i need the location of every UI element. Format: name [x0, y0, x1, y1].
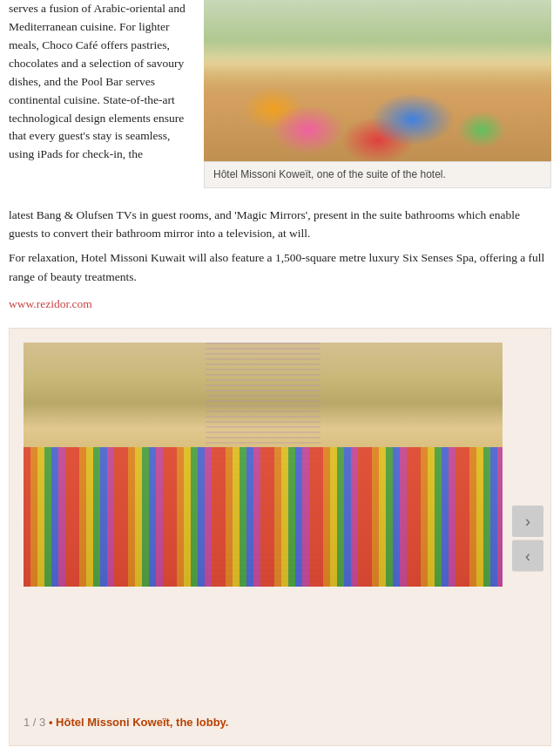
top-image-block: Hôtel Missoni Koweït, one of the suite o… [204, 0, 551, 188]
curtain-decoration [206, 343, 320, 587]
link-section: www.rezidor.com [0, 291, 560, 328]
article-mid-text: latest Bang & Olufsen TVs in guest rooms… [0, 197, 560, 291]
chevron-right-icon: › [525, 513, 530, 531]
gallery-main-image [24, 343, 503, 587]
article-paragraph-3: For relaxation, Hotel Missoni Kuwait wil… [9, 248, 551, 286]
suite-image-caption: Hôtel Missoni Koweït, one of the suite o… [204, 161, 551, 188]
gallery-caption: 1 / 3 • Hôtel Missoni Koweït, the lobby. [24, 714, 229, 731]
gallery-caption-title: Hôtel Missoni Koweït, the lobby. [56, 716, 228, 729]
gallery-count: 1 / 3 [24, 716, 45, 729]
gallery-prev-button[interactable]: ‹ [512, 540, 543, 572]
gallery-next-button[interactable]: › [512, 506, 543, 537]
chevron-left-icon: ‹ [525, 547, 530, 565]
gallery-section: › ‹ 1 / 3 • Hôtel Missoni Koweït, the lo… [9, 328, 551, 746]
article-text-column: serves a fusion of Arabic-oriental and M… [9, 0, 192, 188]
rezidor-link[interactable]: www.rezidor.com [9, 297, 92, 310]
article-paragraph-2: latest Bang & Olufsen TVs in guest rooms… [9, 206, 551, 243]
suite-image [204, 0, 551, 161]
gallery-caption-bullet: • [49, 716, 53, 729]
article-paragraph-1: serves a fusion of Arabic-oriental and M… [9, 0, 192, 164]
